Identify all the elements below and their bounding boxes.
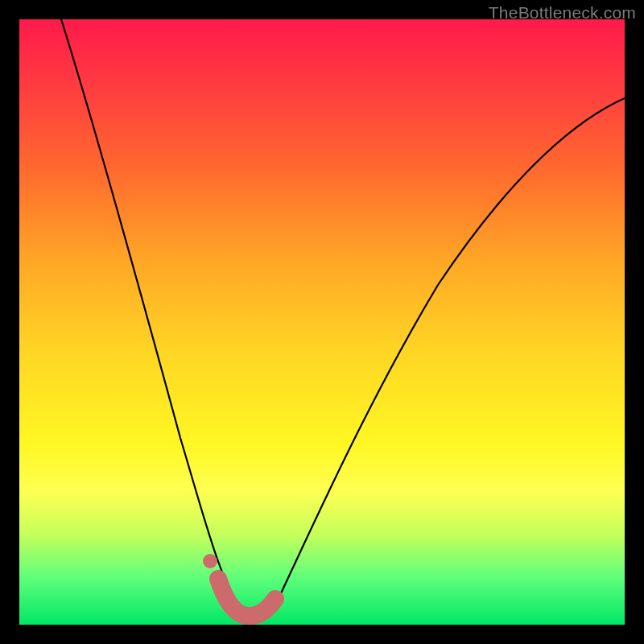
accent-highlight	[218, 579, 275, 616]
chart-plot-area	[19, 19, 625, 625]
accent-dot	[203, 554, 217, 568]
bottleneck-curve	[61, 19, 625, 619]
chart-svg	[19, 19, 625, 625]
watermark-text: TheBottleneck.com	[489, 3, 636, 23]
